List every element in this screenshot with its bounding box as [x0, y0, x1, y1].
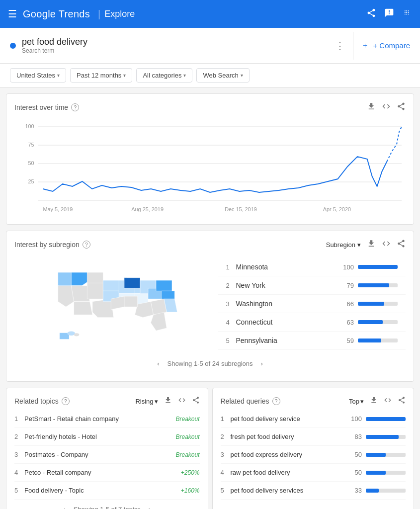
location-arrow-icon: ▾: [57, 73, 60, 78]
share-icon-topics[interactable]: [192, 396, 200, 406]
rank-value: 100: [339, 263, 354, 271]
list-item: 4 raw pet food delivery 50: [221, 464, 406, 482]
search-type-label: Web Search: [203, 72, 238, 79]
svg-marker-14: [71, 272, 89, 286]
category-label: All categories: [143, 72, 181, 79]
list-item: 1 PetSmart - Retail chain company Breako…: [14, 410, 200, 428]
filters-bar: United States ▾ Past 12 months ▾ All cat…: [0, 64, 420, 87]
top-label: Top: [349, 398, 359, 405]
card-header-subregion: Interest by subregion ? Subregion ▾: [14, 239, 406, 250]
rank-name: Connecticut: [236, 318, 339, 326]
category-filter[interactable]: All categories ▾: [136, 68, 192, 83]
download-icon-topics[interactable]: [164, 396, 172, 406]
query-bar: [366, 435, 399, 439]
apps-icon[interactable]: [402, 8, 412, 20]
rank-row: 1 Minnesota 100: [218, 258, 406, 276]
us-map: [47, 264, 186, 344]
download-icon-queries[interactable]: [370, 396, 378, 406]
embed-icon-queries[interactable]: [384, 396, 392, 406]
rank-bar: [358, 339, 381, 342]
list-item: 2 fresh pet food delivery 83: [221, 428, 406, 446]
subregion-arrow-icon: ▾: [357, 241, 361, 249]
rank-number: 2: [226, 282, 236, 289]
share-icon-subregion[interactable]: [397, 239, 406, 250]
rising-arrow-icon: ▾: [155, 398, 158, 405]
rank-value: 66: [339, 300, 354, 308]
time-label: Past 12 months: [77, 72, 121, 79]
help-icon-queries[interactable]: ?: [272, 397, 280, 405]
help-icon-time[interactable]: ?: [71, 103, 79, 111]
search-more-icon[interactable]: ⋮: [335, 40, 345, 52]
interest-by-subregion-title: Interest by subregion ?: [14, 241, 90, 249]
svg-text:100: 100: [25, 123, 34, 129]
rank-name: New York: [236, 281, 339, 289]
svg-marker-18: [74, 301, 92, 315]
search-term-text: pet food delivery: [22, 37, 335, 47]
time-arrow-icon: ▾: [123, 73, 126, 78]
card-header-queries: Related queries ? Top ▾: [221, 396, 406, 406]
rank-bar-container: [358, 283, 398, 287]
time-chart-svg: 100 75 50 25 May 5, 2019 Aug 25, 2019 De…: [18, 117, 402, 216]
category-arrow-icon: ▾: [183, 73, 186, 78]
chart-area: 100 75 50 25 May 5, 2019 Aug 25, 2019 De…: [14, 117, 406, 216]
interest-over-time-title: Interest over time ?: [14, 103, 79, 111]
query-bar: [366, 471, 386, 475]
header-icons: [366, 8, 412, 20]
share-icon-time[interactable]: [397, 102, 406, 113]
related-topics-card: Related topics ? Rising ▾ 1: [6, 388, 208, 509]
map-rankings: 1 Minnesota 100 2 New York 79 3 Washingt…: [218, 254, 406, 354]
download-icon-subregion[interactable]: [367, 239, 376, 250]
svg-marker-20: [92, 299, 114, 317]
query-bar-container: [366, 489, 406, 493]
download-icon-time[interactable]: [367, 102, 376, 113]
rank-row: 2 New York 79: [218, 276, 406, 295]
search-bar: pet food delivery Search term ⋮ ＋ + Comp…: [0, 28, 420, 64]
rising-label: Rising: [135, 398, 153, 405]
share-icon[interactable]: [366, 8, 376, 20]
rank-row: 3 Washington 66: [218, 295, 406, 313]
logo: Google Trends: [23, 8, 90, 20]
menu-icon[interactable]: ☰: [8, 8, 17, 20]
query-bar: [366, 453, 386, 457]
svg-text:25: 25: [28, 178, 34, 184]
rank-bar-container: [358, 339, 398, 342]
pagination-next[interactable]: ›: [261, 360, 263, 367]
rank-value: 79: [339, 282, 354, 289]
subregion-dropdown[interactable]: Subregion ▾: [326, 241, 361, 249]
query-bar: [366, 417, 406, 421]
feedback-icon[interactable]: [384, 8, 394, 20]
svg-text:Apr 5, 2020: Apr 5, 2020: [323, 206, 351, 212]
svg-text:50: 50: [28, 160, 34, 166]
compare-label: + Compare: [373, 41, 410, 50]
location-filter[interactable]: United States ▾: [10, 68, 66, 83]
embed-icon-subregion[interactable]: [382, 239, 391, 250]
topics-pagination-next[interactable]: ›: [149, 506, 151, 509]
embed-icon-time[interactable]: [382, 102, 391, 113]
list-item: 2 Pet-friendly hotels - Hotel Breakout: [14, 428, 200, 446]
svg-text:May 5, 2019: May 5, 2019: [43, 206, 73, 212]
rising-dropdown[interactable]: Rising ▾: [135, 398, 158, 405]
svg-marker-30: [156, 280, 172, 291]
subregion-pagination: ‹ Showing 1-5 of 24 subregions ›: [14, 354, 406, 373]
svg-text:75: 75: [28, 142, 34, 148]
rank-row: 5 Pennsylvania 59: [218, 332, 406, 350]
compare-button[interactable]: ＋ + Compare: [361, 41, 410, 50]
pagination-prev[interactable]: ‹: [157, 360, 159, 367]
list-item: 1 pet food delivery service 100: [221, 410, 406, 428]
help-icon-topics[interactable]: ?: [62, 397, 70, 405]
topics-pagination-prev[interactable]: ‹: [63, 506, 65, 509]
help-icon-subregion[interactable]: ?: [83, 241, 90, 249]
time-filter[interactable]: Past 12 months ▾: [70, 68, 132, 83]
share-icon-queries[interactable]: [398, 396, 406, 406]
card-actions-topics: Rising ▾: [135, 396, 199, 406]
embed-icon-topics[interactable]: [178, 396, 186, 406]
svg-marker-33: [151, 299, 167, 315]
pagination-text: Showing 1-5 of 24 subregions: [167, 360, 252, 367]
query-bar-container: [366, 471, 406, 475]
search-type-filter[interactable]: Web Search ▾: [196, 68, 249, 83]
rank-bar: [358, 302, 384, 306]
top-dropdown[interactable]: Top ▾: [349, 398, 364, 405]
list-item: 3 Postmates - Company Breakout: [14, 446, 200, 464]
list-item: 5 pet food delivery services 33: [221, 482, 406, 500]
rank-value: 63: [339, 319, 354, 326]
